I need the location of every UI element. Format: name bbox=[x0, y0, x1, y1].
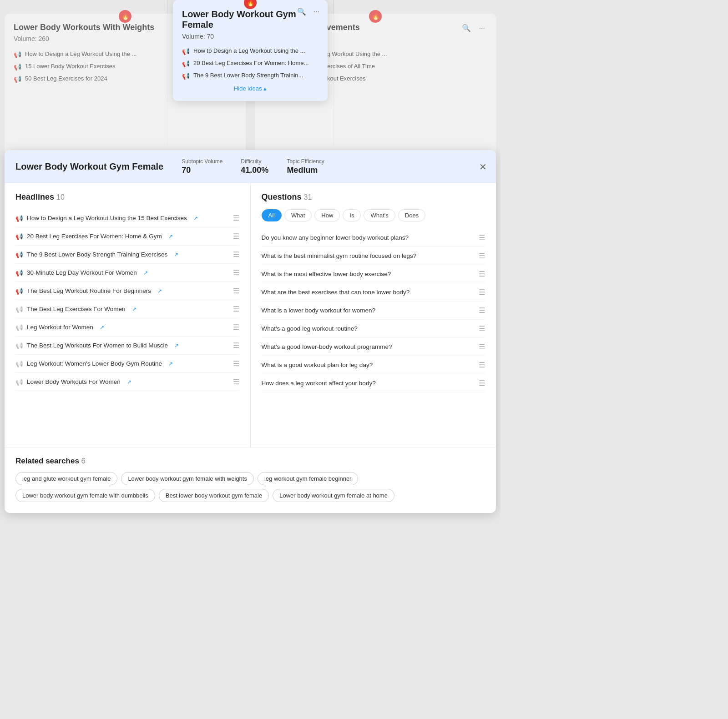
related-tag[interactable]: Best lower body workout gym female bbox=[159, 489, 269, 502]
question-text: What's a good leg workout routine? bbox=[262, 325, 358, 332]
related-tag[interactable]: leg workout gym female beginner bbox=[258, 472, 359, 485]
panel-title: Lower Body Workout Gym Female bbox=[15, 161, 163, 172]
question-text: What are the best exercises that can ton… bbox=[262, 289, 410, 296]
external-link-icon[interactable]: ↗ bbox=[168, 233, 173, 240]
external-link-icon[interactable]: ↗ bbox=[174, 342, 179, 349]
headline-menu-icon[interactable]: ☰ bbox=[233, 323, 239, 332]
external-link-icon[interactable]: ↗ bbox=[127, 379, 131, 385]
related-tag[interactable]: Lower body workout gym female with weigh… bbox=[121, 472, 254, 485]
panel-body: Headlines 10 📢How to Design a Leg Workou… bbox=[5, 183, 496, 447]
headline-menu-icon[interactable]: ☰ bbox=[233, 287, 239, 295]
related-tag[interactable]: Lower body workout gym female with dumbb… bbox=[15, 489, 155, 502]
card2-item-1: 📢 20 Best Leg Exercises For Women: Home.… bbox=[182, 60, 318, 67]
subtopic-volume-label: Subtopic Volume bbox=[182, 158, 222, 165]
filter-tab-what[interactable]: What bbox=[284, 209, 312, 221]
question-menu-icon[interactable]: ☰ bbox=[479, 270, 485, 278]
questions-list: Do you know any beginner lower body work… bbox=[262, 229, 485, 392]
megaphone-icon: 📢 bbox=[15, 287, 23, 295]
panel-stat-efficiency: Topic Efficiency Medium bbox=[287, 158, 324, 175]
question-text: How does a leg workout affect your body? bbox=[262, 380, 376, 387]
fire-badge-3: 🔥 bbox=[369, 10, 382, 23]
card2-item-2: 📢 The 9 Best Lower Body Strength Trainin… bbox=[182, 72, 318, 80]
megaphone-gray-icon: 📢 bbox=[15, 306, 23, 313]
question-menu-icon[interactable]: ☰ bbox=[479, 306, 485, 315]
headline-menu-icon[interactable]: ☰ bbox=[233, 305, 239, 313]
headline-item: 📢The Best Leg Exercises For Women↗☰ bbox=[15, 300, 239, 318]
question-item: What's a good lower-body workout program… bbox=[262, 338, 485, 356]
question-menu-icon[interactable]: ☰ bbox=[479, 342, 485, 351]
difficulty-value: 41.00% bbox=[241, 166, 268, 175]
external-link-icon[interactable]: ↗ bbox=[168, 361, 173, 367]
question-text: Do you know any beginner lower body work… bbox=[262, 234, 409, 241]
efficiency-label: Topic Efficiency bbox=[287, 158, 324, 165]
megaphone-icon: 📢 bbox=[14, 51, 21, 58]
main-panel: Lower Body Workout Gym Female Subtopic V… bbox=[5, 150, 496, 513]
headline-menu-icon[interactable]: ☰ bbox=[233, 359, 239, 368]
question-menu-icon[interactable]: ☰ bbox=[479, 251, 485, 260]
headline-text: How to Design a Leg Workout Using the 15… bbox=[27, 215, 187, 221]
headline-item: 📢30-Minute Leg Day Workout For Women↗☰ bbox=[15, 264, 239, 282]
more-btn-3[interactable]: ··· bbox=[477, 23, 487, 33]
headline-text: Leg Workout: Women's Lower Body Gym Rout… bbox=[27, 360, 162, 367]
difficulty-label: Difficulty bbox=[241, 158, 268, 165]
question-text: What is the best minimalist gym routine … bbox=[262, 252, 417, 259]
card2-hide-ideas[interactable]: Hide ideas ▴ bbox=[182, 85, 318, 92]
headline-item: 📢The Best Leg Workout Routine For Beginn… bbox=[15, 282, 239, 300]
question-menu-icon[interactable]: ☰ bbox=[479, 361, 485, 369]
headline-text: The 9 Best Lower Body Strength Training … bbox=[27, 251, 167, 258]
question-item: What is a lower body workout for women?☰ bbox=[262, 302, 485, 320]
headline-item: 📢Leg Workout: Women's Lower Body Gym Rou… bbox=[15, 355, 239, 373]
panel-stat-volume: Subtopic Volume 70 bbox=[182, 158, 222, 175]
question-filter-tabs: AllWhatHowIsWhat'sDoes bbox=[262, 209, 485, 221]
headline-menu-icon[interactable]: ☰ bbox=[233, 268, 239, 277]
external-link-icon[interactable]: ↗ bbox=[157, 288, 162, 294]
related-searches-section: Related searches 6 leg and glute workout… bbox=[5, 447, 496, 513]
more-btn-2[interactable]: ··· bbox=[312, 6, 321, 17]
search-btn-2[interactable]: 🔍 bbox=[295, 6, 308, 17]
card2-volume: Volume: 70 bbox=[182, 33, 318, 40]
filter-tab-all[interactable]: All bbox=[262, 209, 282, 221]
panel-close-button[interactable]: ✕ bbox=[479, 161, 487, 172]
headline-item: 📢The 9 Best Lower Body Strength Training… bbox=[15, 246, 239, 264]
megaphone-icon: 📢 bbox=[15, 251, 23, 258]
popup-card-2: 🔥 🔍 ··· Lower Body Workout Gym Female Vo… bbox=[173, 0, 328, 101]
headline-menu-icon[interactable]: ☰ bbox=[233, 214, 239, 222]
headline-menu-icon[interactable]: ☰ bbox=[233, 377, 239, 386]
question-text: What is the most effective lower body ex… bbox=[262, 271, 391, 277]
card2-item-0: 📢 How to Design a Leg Workout Using the … bbox=[182, 47, 318, 55]
headline-menu-icon[interactable]: ☰ bbox=[233, 232, 239, 241]
question-menu-icon[interactable]: ☰ bbox=[479, 233, 485, 242]
external-link-icon[interactable]: ↗ bbox=[143, 270, 148, 276]
headline-menu-icon[interactable]: ☰ bbox=[233, 250, 239, 259]
question-menu-icon[interactable]: ☰ bbox=[479, 379, 485, 387]
external-link-icon[interactable]: ↗ bbox=[132, 306, 136, 312]
related-tag[interactable]: Lower body workout gym female at home bbox=[273, 489, 394, 502]
question-item: What are the best exercises that can ton… bbox=[262, 283, 485, 302]
megaphone-gray-icon: 📢 bbox=[15, 378, 23, 386]
question-menu-icon[interactable]: ☰ bbox=[479, 324, 485, 333]
megaphone-gray-icon: 📢 bbox=[15, 342, 23, 349]
filter-tab-what's[interactable]: What's bbox=[364, 209, 395, 221]
megaphone-icon: 📢 bbox=[182, 60, 190, 67]
question-text: What's a good lower-body workout program… bbox=[262, 343, 392, 350]
question-menu-icon[interactable]: ☰ bbox=[479, 288, 485, 297]
external-link-icon[interactable]: ↗ bbox=[193, 215, 198, 221]
related-tags-container: leg and glute workout gym femaleLower bo… bbox=[15, 472, 485, 502]
filter-tab-does[interactable]: Does bbox=[398, 209, 425, 221]
headline-text: 20 Best Leg Exercises For Women: Home & … bbox=[27, 233, 162, 240]
background-cards: 🔥 🔍 ··· Lower Body Workouts With Weights… bbox=[0, 0, 500, 146]
megaphone-icon: 📢 bbox=[15, 233, 23, 240]
megaphone-icon: 📢 bbox=[15, 269, 23, 277]
search-btn-3[interactable]: 🔍 bbox=[460, 23, 473, 33]
headline-menu-icon[interactable]: ☰ bbox=[233, 341, 239, 350]
question-item: What is a good workout plan for leg day?… bbox=[262, 356, 485, 374]
external-link-icon[interactable]: ↗ bbox=[100, 324, 104, 331]
external-link-icon[interactable]: ↗ bbox=[174, 251, 178, 258]
related-tag[interactable]: leg and glute workout gym female bbox=[15, 472, 117, 485]
headlines-title: Headlines 10 bbox=[15, 192, 239, 202]
headlines-list: 📢How to Design a Leg Workout Using the 1… bbox=[15, 209, 239, 391]
headline-text: Leg Workout for Women bbox=[27, 324, 93, 331]
filter-tab-is[interactable]: Is bbox=[343, 209, 361, 221]
megaphone-gray-icon: 📢 bbox=[15, 360, 23, 367]
filter-tab-how[interactable]: How bbox=[314, 209, 340, 221]
